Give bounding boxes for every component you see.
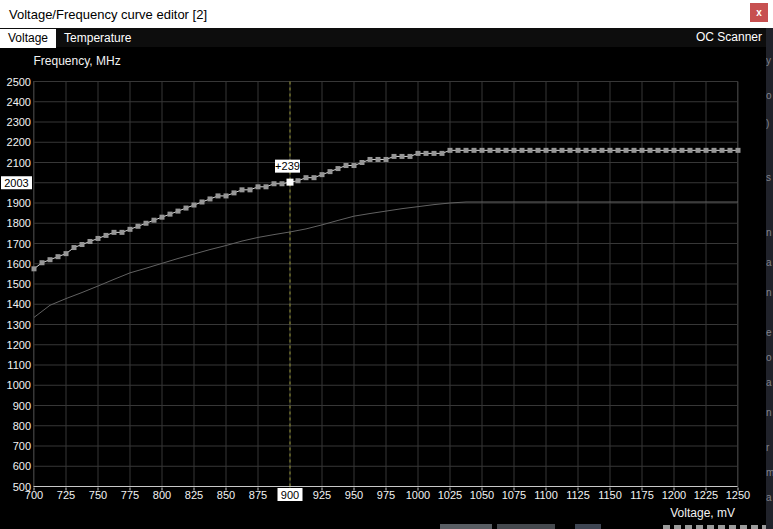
vf-point[interactable] bbox=[600, 148, 605, 153]
tab-voltage[interactable]: Voltage bbox=[0, 29, 56, 48]
vf-point[interactable] bbox=[304, 175, 309, 180]
vf-point[interactable] bbox=[568, 148, 573, 153]
vf-point[interactable] bbox=[128, 227, 133, 232]
vf-point[interactable] bbox=[152, 218, 157, 223]
vf-point[interactable] bbox=[424, 151, 429, 156]
vf-point[interactable] bbox=[408, 154, 413, 159]
vf-point[interactable] bbox=[104, 233, 109, 238]
vf-point[interactable] bbox=[544, 148, 549, 153]
vf-point[interactable] bbox=[440, 151, 445, 156]
close-button[interactable]: x bbox=[750, 3, 768, 22]
vf-point[interactable] bbox=[456, 148, 461, 153]
vf-point[interactable] bbox=[504, 148, 509, 153]
vf-point[interactable] bbox=[344, 163, 349, 168]
vf-point[interactable] bbox=[696, 148, 701, 153]
vf-point[interactable] bbox=[704, 148, 709, 153]
y-tick-label: 1900 bbox=[7, 197, 31, 209]
vf-point[interactable] bbox=[248, 187, 253, 192]
vf-point[interactable] bbox=[680, 148, 685, 153]
background-window-fragment: n bbox=[766, 287, 772, 298]
vf-point[interactable] bbox=[96, 236, 101, 241]
vf-point[interactable] bbox=[608, 148, 613, 153]
vf-point[interactable] bbox=[168, 212, 173, 217]
vf-point[interactable] bbox=[688, 148, 693, 153]
vf-point[interactable] bbox=[720, 148, 725, 153]
vf-point[interactable] bbox=[328, 169, 333, 174]
vf-point[interactable] bbox=[160, 215, 165, 220]
vf-point[interactable] bbox=[184, 206, 189, 211]
vf-point[interactable] bbox=[488, 148, 493, 153]
vf-point[interactable] bbox=[472, 148, 477, 153]
vf-point[interactable] bbox=[200, 199, 205, 204]
vf-point[interactable] bbox=[728, 148, 733, 153]
vf-point[interactable] bbox=[512, 148, 517, 153]
vf-point[interactable] bbox=[224, 193, 229, 198]
vf-point[interactable] bbox=[664, 148, 669, 153]
tab-temperature[interactable]: Temperature bbox=[56, 29, 139, 48]
vf-point[interactable] bbox=[464, 148, 469, 153]
vf-point[interactable] bbox=[352, 163, 357, 168]
vf-point[interactable] bbox=[136, 224, 141, 229]
vf-point[interactable] bbox=[480, 148, 485, 153]
vf-point[interactable] bbox=[72, 245, 77, 250]
oc-scanner-button[interactable]: OC Scanner bbox=[696, 28, 762, 47]
vf-point[interactable] bbox=[536, 148, 541, 153]
vf-point[interactable] bbox=[176, 209, 181, 214]
vf-point[interactable] bbox=[40, 260, 45, 265]
background-window-fragment: a bbox=[766, 492, 772, 503]
vf-point[interactable] bbox=[584, 148, 589, 153]
vf-point[interactable] bbox=[32, 266, 37, 271]
vf-point[interactable] bbox=[448, 148, 453, 153]
vf-point[interactable] bbox=[336, 166, 341, 171]
vf-point[interactable] bbox=[656, 148, 661, 153]
vf-point[interactable] bbox=[736, 148, 741, 153]
vf-point-selected[interactable] bbox=[287, 179, 294, 186]
vf-point[interactable] bbox=[48, 257, 53, 262]
vf-point[interactable] bbox=[624, 148, 629, 153]
vf-point[interactable] bbox=[520, 148, 525, 153]
vf-point[interactable] bbox=[216, 193, 221, 198]
vf-point[interactable] bbox=[56, 254, 61, 259]
vf-point[interactable] bbox=[592, 148, 597, 153]
vf-point[interactable] bbox=[320, 172, 325, 177]
vf-point[interactable] bbox=[400, 154, 405, 159]
vf-point[interactable] bbox=[232, 190, 237, 195]
vf-point[interactable] bbox=[632, 148, 637, 153]
vf-point[interactable] bbox=[80, 242, 85, 247]
vf-point[interactable] bbox=[112, 230, 117, 235]
vf-point[interactable] bbox=[64, 251, 69, 256]
vf-point[interactable] bbox=[368, 157, 373, 162]
vf-point[interactable] bbox=[256, 184, 261, 189]
vf-point[interactable] bbox=[376, 157, 381, 162]
vf-point[interactable] bbox=[672, 148, 677, 153]
vf-point[interactable] bbox=[88, 239, 93, 244]
vf-point[interactable] bbox=[120, 230, 125, 235]
vf-point[interactable] bbox=[272, 181, 277, 186]
vf-point[interactable] bbox=[528, 148, 533, 153]
vf-point[interactable] bbox=[208, 196, 213, 201]
vf-point[interactable] bbox=[416, 151, 421, 156]
vf-point[interactable] bbox=[640, 148, 645, 153]
vf-point[interactable] bbox=[240, 187, 245, 192]
vf-point[interactable] bbox=[576, 148, 581, 153]
vf-point[interactable] bbox=[552, 148, 557, 153]
background-window-dash bbox=[751, 525, 758, 529]
vf-point[interactable] bbox=[296, 178, 301, 183]
window-titlebar[interactable]: Voltage/Frequency curve editor [2] x bbox=[0, 0, 773, 28]
vf-point[interactable] bbox=[712, 148, 717, 153]
vf-point[interactable] bbox=[432, 151, 437, 156]
vf-point[interactable] bbox=[384, 157, 389, 162]
vf-point[interactable] bbox=[280, 181, 285, 186]
vf-point[interactable] bbox=[392, 154, 397, 159]
vf-point[interactable] bbox=[648, 148, 653, 153]
vf-point[interactable] bbox=[144, 221, 149, 226]
y-tick-label: 1000 bbox=[7, 379, 31, 391]
vf-point[interactable] bbox=[312, 175, 317, 180]
vf-point[interactable] bbox=[360, 160, 365, 165]
vf-point[interactable] bbox=[192, 203, 197, 208]
vf-point[interactable] bbox=[560, 148, 565, 153]
vf-chart[interactable]: Frequency, MHzVoltage, mV250024002300220… bbox=[0, 0, 773, 529]
vf-point[interactable] bbox=[264, 184, 269, 189]
vf-point[interactable] bbox=[616, 148, 621, 153]
vf-point[interactable] bbox=[496, 148, 501, 153]
